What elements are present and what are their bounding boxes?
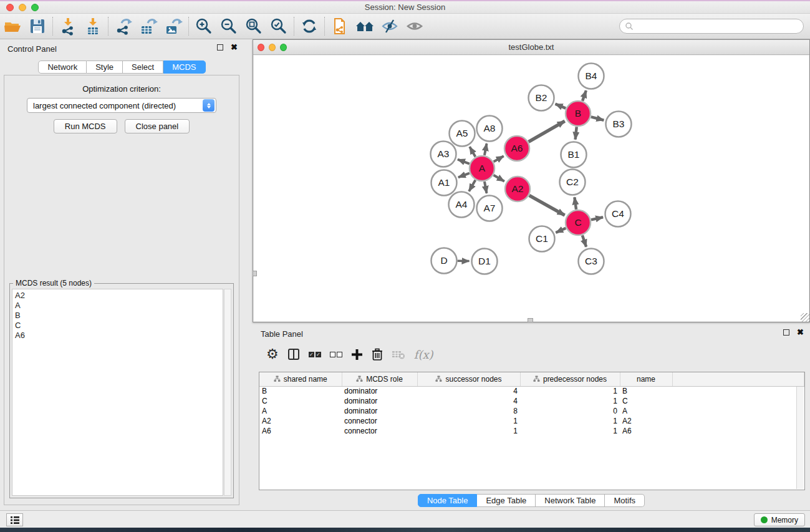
network-window-titlebar[interactable]: testGlobe.txt (253, 40, 809, 55)
unselect-all-columns-button[interactable] (330, 352, 342, 357)
table-scrollbar[interactable] (796, 387, 804, 489)
column-header-name[interactable]: name (620, 372, 672, 386)
table-cell[interactable]: A6 (620, 426, 672, 436)
table-cell[interactable]: C (259, 396, 342, 406)
hide-selected-button[interactable] (377, 15, 402, 37)
column-header-shared-name[interactable]: shared name (259, 372, 342, 386)
memory-button[interactable]: Memory (754, 513, 805, 526)
table-cell[interactable]: 8 (417, 406, 520, 416)
close-window-button[interactable] (6, 4, 14, 11)
table-cell[interactable]: 1 (417, 416, 520, 426)
table-cell[interactable]: 0 (520, 406, 620, 416)
graph-node-C[interactable]: C (566, 210, 591, 235)
graph-node-C3[interactable]: C3 (579, 249, 604, 274)
tab-select[interactable]: Select (123, 60, 163, 74)
graph-edge-A-A7[interactable] (485, 181, 487, 193)
zoom-out-button[interactable] (216, 15, 241, 37)
table-cell[interactable]: C (620, 396, 672, 406)
show-columns-button[interactable] (287, 348, 300, 360)
graph-node-D[interactable]: D (432, 248, 457, 274)
graph-edge-A-A5[interactable] (470, 147, 475, 157)
save-session-button[interactable] (25, 15, 50, 37)
close-table-panel-icon[interactable]: ✖ (797, 329, 804, 336)
graph-node-B3[interactable]: B3 (606, 112, 632, 137)
table-cell[interactable]: 1 (520, 386, 620, 396)
zoom-fit-button[interactable] (241, 15, 266, 37)
graph-node-A7[interactable]: A7 (477, 196, 503, 221)
graph-node-A3[interactable]: A3 (431, 142, 456, 167)
table-cell[interactable]: 4 (417, 386, 520, 396)
table-cell[interactable]: dominator (342, 406, 417, 416)
table-cell[interactable]: A (259, 406, 342, 416)
graph-node-C4[interactable]: C4 (605, 201, 631, 227)
tab-motifs[interactable]: Motifs (605, 494, 645, 507)
column-header-predecessor-nodes[interactable]: predecessor nodes (520, 372, 620, 386)
table-cell[interactable]: A6 (259, 426, 342, 436)
graph-node-C1[interactable]: C1 (529, 226, 555, 252)
graph-edge-C-C4[interactable] (591, 217, 603, 220)
graph-edge-A-A8[interactable] (485, 143, 487, 155)
table-cell[interactable]: A2 (259, 416, 342, 426)
graph-edge-C-C2[interactable] (574, 197, 576, 209)
graph-node-A5[interactable]: A5 (450, 121, 475, 147)
graph-edge-B-B4[interactable] (582, 90, 586, 101)
float-table-panel-icon[interactable] (783, 329, 789, 336)
tab-network[interactable]: Network (38, 60, 87, 74)
table-row[interactable]: A6connector11A6 (259, 426, 804, 436)
graph-node-A6[interactable]: A6 (504, 136, 529, 161)
graph-edge-A2-C[interactable] (529, 195, 565, 215)
function-builder-button[interactable]: f(x) (414, 348, 433, 361)
mcds-result-item[interactable]: A (15, 301, 223, 311)
window-resize-grip-left[interactable] (253, 271, 257, 276)
tab-network-table[interactable]: Network Table (536, 494, 605, 507)
table-cell[interactable]: 1 (520, 416, 620, 426)
mcds-result-item[interactable]: C (15, 321, 223, 331)
clone-network-button[interactable] (327, 15, 352, 37)
table-cell[interactable]: connector (342, 426, 417, 436)
graph-edge-C-C1[interactable] (556, 228, 566, 233)
graph-edge-A-A1[interactable] (458, 173, 470, 178)
refresh-button[interactable] (297, 15, 322, 37)
table-cell[interactable]: connector (342, 416, 417, 426)
graph-node-B4[interactable]: B4 (579, 64, 604, 89)
export-image-button[interactable] (161, 15, 186, 37)
graph-node-B2[interactable]: B2 (529, 85, 554, 111)
graph-node-B[interactable]: B (566, 101, 591, 126)
optimization-criterion-dropdown[interactable]: largest connected component (directed) (27, 98, 216, 113)
search-input[interactable] (619, 19, 804, 34)
show-all-button[interactable] (402, 15, 427, 37)
select-all-columns-button[interactable]: ✓ ✓ (309, 352, 321, 357)
graph-edge-A6-B[interactable] (529, 121, 565, 142)
minimize-window-button[interactable] (19, 4, 26, 11)
table-cell[interactable]: A2 (620, 416, 672, 426)
graph-edge-A-A6[interactable] (494, 156, 504, 162)
import-network-button[interactable] (55, 15, 80, 37)
mcds-result-item[interactable]: A2 (15, 291, 223, 301)
window-resize-grip-corner[interactable] (801, 313, 809, 322)
delete-column-button[interactable] (372, 348, 383, 360)
tab-node-table[interactable]: Node Table (418, 494, 478, 507)
table-cell[interactable]: 1 (520, 396, 620, 406)
import-table-button[interactable] (80, 15, 105, 37)
mcds-list-scrollbar[interactable] (224, 289, 231, 496)
graph-edge-B-B1[interactable] (576, 127, 577, 139)
table-settings-button[interactable]: ⚙ (266, 347, 279, 361)
table-row[interactable]: A2connector11A2 (259, 416, 804, 426)
mcds-result-item[interactable]: B (15, 311, 223, 321)
table-cell[interactable]: B (259, 386, 342, 396)
export-table-button[interactable] (136, 15, 161, 37)
graph-edge-C-C3[interactable] (582, 235, 586, 246)
graph-node-A4[interactable]: A4 (449, 192, 475, 218)
open-file-button[interactable] (0, 15, 25, 37)
graph-node-A1[interactable]: A1 (432, 170, 457, 196)
export-network-button[interactable] (111, 15, 136, 37)
graph-node-C2[interactable]: C2 (560, 170, 586, 195)
tab-style[interactable]: Style (87, 60, 123, 74)
column-header-MCDS-role[interactable]: MCDS role (342, 372, 417, 386)
create-column-button[interactable] (351, 349, 363, 360)
table-cell[interactable]: A (620, 406, 672, 416)
graph-node-A2[interactable]: A2 (505, 177, 530, 201)
graph-edge-B-B2[interactable] (556, 104, 566, 109)
network-close-button[interactable] (258, 44, 264, 51)
first-neighbors-button[interactable] (352, 15, 377, 37)
